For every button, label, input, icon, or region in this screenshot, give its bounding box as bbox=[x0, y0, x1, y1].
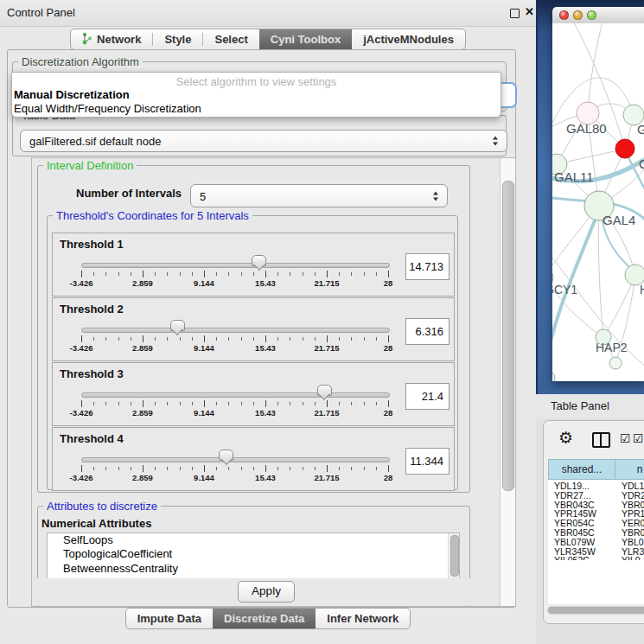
control-panel-titlebar: Control Panel ✕ bbox=[0, 0, 536, 27]
network-node[interactable] bbox=[552, 370, 555, 381]
tick-mark bbox=[192, 337, 193, 341]
slider-thumb[interactable] bbox=[317, 385, 332, 396]
tick-mark bbox=[167, 337, 168, 341]
tick-label: 21.715 bbox=[314, 408, 339, 418]
column-header-shared-name[interactable]: shared... bbox=[548, 459, 615, 480]
slider-track[interactable] bbox=[81, 457, 390, 462]
tab-network[interactable]: Network bbox=[71, 29, 152, 49]
checkbox-icon[interactable]: ☑ bbox=[633, 431, 644, 445]
tab-infer-network[interactable]: Infer Network bbox=[316, 609, 410, 628]
cell-shared-name[interactable]: YIL052C bbox=[554, 555, 590, 560]
close-traffic-light[interactable] bbox=[559, 10, 569, 20]
tick-mark bbox=[339, 402, 340, 405]
tick-mark bbox=[388, 465, 389, 472]
tick-label: 21.715 bbox=[314, 278, 339, 288]
close-icon[interactable]: ✕ bbox=[525, 5, 534, 18]
numerical-attributes-list[interactable]: SelfLoopsTopologicalCoefficientBetweenne… bbox=[47, 532, 460, 581]
tick-mark bbox=[131, 337, 131, 341]
threshold-value-field[interactable]: 14.713 bbox=[405, 253, 450, 280]
threshold-value-field[interactable]: 11.344 bbox=[405, 448, 450, 475]
slider-track[interactable] bbox=[81, 392, 390, 398]
scrollbar-thumb[interactable] bbox=[502, 181, 514, 491]
table-row[interactable]: YDR27...YDR2 bbox=[548, 490, 644, 500]
list-item[interactable]: SelfLoops bbox=[48, 533, 459, 547]
tick-mark bbox=[155, 337, 156, 341]
tick-mark bbox=[105, 467, 106, 470]
table-data-combobox[interactable]: galFiltered.sif default node bbox=[20, 130, 507, 152]
list-item[interactable]: BetweennessCentrality bbox=[48, 562, 459, 576]
table-row[interactable]: YBL079WYBL0 bbox=[548, 537, 644, 546]
network-node[interactable] bbox=[609, 357, 622, 369]
list-item[interactable]: TopologicalCoefficient bbox=[48, 547, 459, 561]
tick-mark bbox=[364, 467, 365, 470]
tick-mark bbox=[315, 272, 316, 276]
tick-mark bbox=[192, 272, 193, 276]
tab-style[interactable]: Style bbox=[153, 29, 202, 49]
scrollbar-thumb[interactable] bbox=[548, 607, 644, 614]
tick-mark bbox=[303, 272, 303, 276]
table-rows: YDL19...YDL1YDR27...YDR2YBR043CYBR0YPR14… bbox=[548, 481, 644, 560]
settings-scrollbar[interactable] bbox=[500, 158, 515, 606]
tick-label: 21.715 bbox=[314, 473, 339, 482]
tick-mark bbox=[277, 467, 278, 470]
network-canvas[interactable]: GAL80GACGAL11GAL4GCY1HHAP2 bbox=[552, 23, 644, 381]
table-row[interactable]: YLR345WYLR3 bbox=[548, 546, 644, 556]
dropdown-item-manual-discretization[interactable]: Manual Discretization bbox=[12, 88, 501, 102]
tab-label: Cyni Toolbox bbox=[271, 33, 341, 46]
combobox-value: galFiltered.sif default node bbox=[29, 135, 161, 148]
tick-mark bbox=[351, 337, 352, 341]
table-row[interactable]: YPR145WYPR1 bbox=[548, 508, 644, 518]
cell-name[interactable]: YIL0 bbox=[622, 555, 641, 560]
tab-impute-data[interactable]: Impute Data bbox=[126, 609, 213, 628]
minimize-traffic-light[interactable] bbox=[573, 10, 583, 20]
tab-label: Select bbox=[214, 33, 247, 46]
slider-thumb[interactable] bbox=[219, 450, 233, 461]
tick-mark bbox=[204, 335, 205, 342]
group-title: Attributes to discretize bbox=[43, 500, 161, 513]
apply-button[interactable]: Apply bbox=[238, 581, 295, 603]
split-view-icon[interactable] bbox=[592, 432, 610, 448]
scrollbar-thumb[interactable] bbox=[450, 535, 459, 577]
table-row[interactable]: YBR043CYBR0 bbox=[548, 500, 644, 509]
tick-mark bbox=[388, 400, 389, 407]
float-window-icon[interactable] bbox=[510, 9, 520, 18]
tab-cyni-toolbox[interactable]: Cyni Toolbox bbox=[259, 29, 352, 49]
tick-mark bbox=[180, 467, 181, 470]
tick-mark bbox=[216, 337, 217, 341]
network-window-frame: GAL80GACGAL11GAL4GCY1HHAP2 bbox=[536, 0, 644, 394]
table-row[interactable]: YBR045CYBR0 bbox=[548, 527, 644, 537]
table-row[interactable]: YDL19...YDL1 bbox=[548, 481, 644, 490]
dropdown-item-equal-width[interactable]: Equal Width/Frequency Discretization bbox=[12, 102, 501, 116]
tick-mark bbox=[315, 402, 316, 405]
horizontal-scrollbar[interactable] bbox=[547, 606, 644, 615]
node-label: GA bbox=[637, 122, 644, 137]
tick-mark bbox=[303, 402, 303, 405]
tick-mark bbox=[167, 402, 168, 405]
combobox-value: 5 bbox=[200, 189, 206, 202]
number-of-intervals-combobox[interactable]: 5 bbox=[190, 184, 448, 207]
thresholds-group: Threshold's Coordinates for 5 Intervals … bbox=[47, 215, 458, 490]
tick-label: -3.426 bbox=[70, 343, 93, 353]
tab-jactivemnodules[interactable]: jActiveMNodules bbox=[352, 29, 465, 49]
threshold-value-field[interactable]: 6.316 bbox=[405, 318, 450, 345]
slider-track[interactable] bbox=[81, 263, 390, 268]
tick-mark bbox=[204, 400, 205, 407]
algorithm-dropdown-popup: Select algorithm to view settings Manual… bbox=[11, 72, 501, 118]
list-scrollbar[interactable] bbox=[448, 533, 459, 580]
table-row[interactable]: YER054CYER0 bbox=[548, 518, 644, 527]
tick-mark bbox=[315, 467, 316, 470]
tab-select[interactable]: Select bbox=[203, 29, 258, 49]
slider-thumb[interactable] bbox=[252, 255, 266, 266]
table-panel-card: ⚙ ☑ ☑ shared... n YDL19...YDL1YDR27...YD… bbox=[543, 420, 644, 624]
zoom-traffic-light[interactable] bbox=[587, 10, 596, 20]
tick-mark bbox=[118, 272, 119, 276]
slider-track[interactable] bbox=[81, 328, 390, 333]
checkbox-icon[interactable]: ☑ bbox=[620, 431, 631, 445]
threshold-value-field[interactable]: 21.4 bbox=[405, 383, 450, 410]
column-header-name[interactable]: n bbox=[615, 459, 644, 480]
slider-thumb[interactable] bbox=[170, 320, 185, 331]
table-row[interactable]: YIL052CYIL0 bbox=[548, 555, 644, 560]
tab-discretize-data[interactable]: Discretize Data bbox=[213, 609, 316, 628]
network-node[interactable] bbox=[615, 139, 634, 158]
gear-icon[interactable]: ⚙ bbox=[558, 429, 573, 448]
